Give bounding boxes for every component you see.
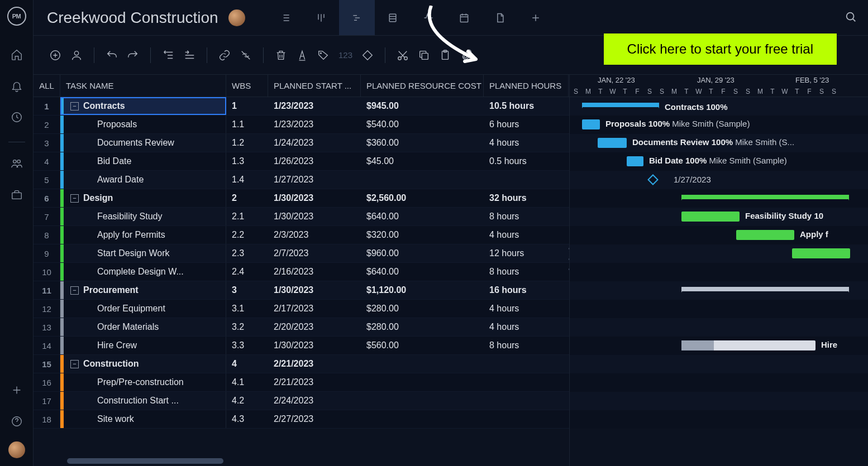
cell-cost[interactable]: $560.00 bbox=[361, 337, 484, 354]
task-name-cell[interactable]: −Design bbox=[60, 189, 226, 207]
cell-wbs[interactable]: 3.3 bbox=[226, 337, 268, 354]
table-row[interactable]: 11−Procurement31/30/2023$1,120.0016 hour… bbox=[34, 281, 569, 300]
view-board-icon[interactable] bbox=[303, 0, 339, 35]
cell-hours[interactable]: 4 hours bbox=[484, 134, 569, 152]
project-avatar[interactable] bbox=[228, 9, 245, 26]
gantt-row[interactable] bbox=[570, 355, 868, 373]
cell-cost[interactable]: $945.00 bbox=[361, 97, 484, 115]
link-icon[interactable] bbox=[215, 46, 234, 65]
trash-icon[interactable] bbox=[271, 46, 290, 65]
col-header-name[interactable]: TASK NAME bbox=[60, 75, 226, 97]
gantt-task-bar[interactable]: Apply f bbox=[736, 230, 794, 240]
paste-icon[interactable] bbox=[436, 46, 455, 65]
cell-hours[interactable] bbox=[484, 355, 569, 373]
table-row[interactable]: 15−Construction42/21/2023 bbox=[34, 355, 569, 373]
task-name-cell[interactable]: Start Design Work bbox=[60, 244, 226, 262]
cell-wbs[interactable]: 4 bbox=[226, 355, 268, 373]
cell-cost[interactable] bbox=[361, 410, 484, 428]
gantt-row[interactable] bbox=[570, 392, 868, 410]
cell-cost[interactable]: $280.00 bbox=[361, 318, 484, 336]
cell-cost[interactable]: $45.00 bbox=[361, 152, 484, 170]
cell-start[interactable]: 2/20/2023 bbox=[268, 318, 361, 336]
cell-start[interactable]: 2/17/2023 bbox=[268, 300, 361, 318]
cell-cost[interactable] bbox=[361, 392, 484, 410]
tag-icon[interactable] bbox=[314, 46, 333, 65]
cell-cost[interactable] bbox=[361, 171, 484, 189]
collapse-toggle-icon[interactable]: − bbox=[70, 286, 79, 295]
gantt-row[interactable] bbox=[570, 373, 868, 392]
cell-start[interactable]: 1/23/2023 bbox=[268, 97, 361, 115]
scrollbar-thumb[interactable] bbox=[67, 458, 223, 464]
task-name-cell[interactable]: Construction Start ... bbox=[60, 392, 226, 410]
cell-start[interactable]: 2/16/2023 bbox=[268, 263, 361, 281]
cell-start[interactable]: 2/24/2023 bbox=[268, 392, 361, 410]
cell-wbs[interactable]: 1.4 bbox=[226, 171, 268, 189]
cell-hours[interactable]: 8 hours bbox=[484, 208, 569, 225]
cell-start[interactable]: 1/30/2023 bbox=[268, 281, 361, 299]
gantt-task-bar[interactable]: Feasibility Study 10 bbox=[681, 212, 740, 222]
cell-wbs[interactable]: 1.1 bbox=[226, 116, 268, 133]
task-name-cell[interactable]: Documents Review bbox=[60, 134, 226, 152]
cell-wbs[interactable]: 3 bbox=[226, 281, 268, 299]
cell-wbs[interactable]: 1 bbox=[226, 97, 268, 115]
col-header-all[interactable]: ALL bbox=[34, 75, 60, 97]
gantt-summary-bar[interactable] bbox=[681, 287, 849, 291]
table-row[interactable]: 2Proposals1.11/23/2023$540.006 hours bbox=[34, 116, 569, 134]
gantt-row[interactable] bbox=[570, 300, 868, 318]
search-icon[interactable] bbox=[845, 11, 857, 25]
cell-wbs[interactable]: 2 bbox=[226, 189, 268, 207]
redo-icon[interactable] bbox=[123, 46, 142, 65]
text-style-icon[interactable] bbox=[293, 46, 312, 65]
cell-wbs[interactable]: 2.2 bbox=[226, 226, 268, 244]
gantt-row[interactable] bbox=[570, 410, 868, 429]
cell-start[interactable]: 1/30/2023 bbox=[268, 189, 361, 207]
cell-hours[interactable]: 4 hours bbox=[484, 300, 569, 318]
cell-hours[interactable]: 10.5 hours bbox=[484, 97, 569, 115]
task-name-cell[interactable]: Feasibility Study bbox=[60, 208, 226, 225]
indent-icon[interactable] bbox=[180, 46, 199, 65]
table-row[interactable]: 17Construction Start ...4.22/24/2023 bbox=[34, 392, 569, 410]
cell-cost[interactable] bbox=[361, 373, 484, 391]
attachment-icon[interactable] bbox=[457, 46, 476, 65]
plus-icon[interactable] bbox=[6, 379, 28, 401]
gantt-row[interactable]: Contracts 100% bbox=[570, 97, 868, 116]
gantt-row[interactable]: Apply f bbox=[570, 226, 868, 244]
cell-hours[interactable] bbox=[484, 392, 569, 410]
cell-hours[interactable] bbox=[484, 171, 569, 189]
gantt-row[interactable]: Documents Review 100% Mike Smith (S... bbox=[570, 134, 868, 152]
task-name-cell[interactable]: −Procurement bbox=[60, 281, 226, 299]
cell-hours[interactable] bbox=[484, 373, 569, 391]
gantt-chart[interactable]: JAN, 22 '23JAN, 29 '23FEB, 5 '23 SMTWTFS… bbox=[570, 75, 868, 466]
horizontal-scrollbar[interactable] bbox=[67, 458, 566, 464]
collapse-toggle-icon[interactable]: − bbox=[70, 194, 79, 203]
table-row[interactable]: 9Start Design Work2.32/7/2023$960.0012 h… bbox=[34, 244, 569, 263]
cell-wbs[interactable]: 4.1 bbox=[226, 373, 268, 391]
clock-icon[interactable] bbox=[6, 106, 28, 128]
gantt-row[interactable] bbox=[570, 318, 868, 337]
cell-hours[interactable]: 8 hours bbox=[484, 263, 569, 281]
col-header-wbs[interactable]: WBS bbox=[226, 75, 268, 97]
col-header-hours[interactable]: PLANNED HOURS bbox=[484, 75, 569, 97]
cell-wbs[interactable]: 2.3 bbox=[226, 244, 268, 262]
task-name-cell[interactable]: Bid Date bbox=[60, 152, 226, 170]
task-name-cell[interactable]: Hire Crew bbox=[60, 337, 226, 354]
cell-cost[interactable]: $2,560.00 bbox=[361, 189, 484, 207]
cell-start[interactable]: 1/24/2023 bbox=[268, 134, 361, 152]
project-title[interactable]: Creekwood Construction bbox=[47, 9, 218, 27]
view-add-icon[interactable] bbox=[518, 0, 554, 35]
table-row[interactable]: 1−Contracts11/23/2023$945.0010.5 hours bbox=[34, 97, 569, 116]
table-row[interactable]: 13Order Materials3.22/20/2023$280.004 ho… bbox=[34, 318, 569, 337]
numbering-label[interactable]: 123 bbox=[335, 50, 356, 60]
user-avatar[interactable] bbox=[8, 441, 25, 458]
collapse-toggle-icon[interactable]: − bbox=[70, 360, 79, 368]
gantt-summary-bar[interactable] bbox=[681, 195, 849, 199]
cell-wbs[interactable]: 1.3 bbox=[226, 152, 268, 170]
unlink-icon[interactable] bbox=[236, 46, 255, 65]
undo-icon[interactable] bbox=[102, 46, 121, 65]
copy-icon[interactable] bbox=[414, 46, 433, 65]
view-list-icon[interactable] bbox=[268, 0, 303, 35]
task-name-cell[interactable]: −Contracts bbox=[60, 97, 226, 115]
cell-cost[interactable]: $320.00 bbox=[361, 226, 484, 244]
briefcase-icon[interactable] bbox=[6, 184, 28, 206]
col-header-start[interactable]: PLANNED START ... bbox=[268, 75, 361, 97]
